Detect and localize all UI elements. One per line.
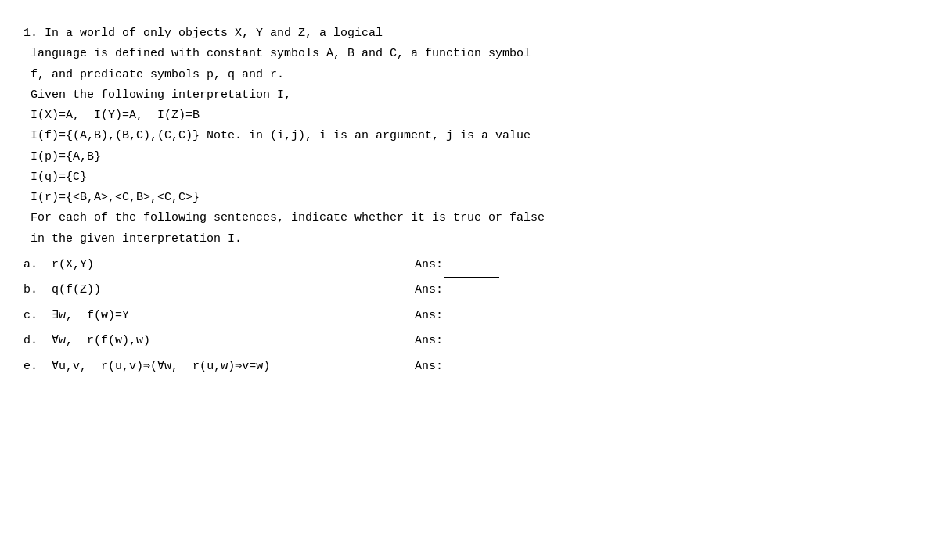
answer-label-e: e. ∀u,v, r(u,v)⇒(∀w, r(u,w)⇒v=w) <box>23 354 415 379</box>
answer-section-e: Ans: <box>415 354 499 380</box>
answer-section-c: Ans: <box>415 303 499 329</box>
ans-text-b: Ans: <box>415 278 443 303</box>
problem-container: 1. In a world of only objects X, Y and Z… <box>23 16 916 387</box>
problem-text: 1. In a world of only objects X, Y and Z… <box>23 23 916 249</box>
line-6: I(f)={(A,B),(B,C),(C,C)} Note. in (i,j),… <box>23 126 916 146</box>
line-10: For each of the following sentences, ind… <box>23 208 916 228</box>
answer-rows: a. r(X,Y) Ans: b. q(f(Z)) Ans: c. ∃w, f(… <box>23 253 916 380</box>
line-8: I(q)={C} <box>23 167 916 188</box>
line-9: I(r)={<B,A>,<C,B>,<C,C>} <box>23 188 916 208</box>
answer-label-d: d. ∀w, r(f(w),w) <box>23 328 415 354</box>
answer-section-b: Ans: <box>415 278 499 303</box>
line-2: language is defined with constant symbol… <box>23 44 916 64</box>
ans-text-a: Ans: <box>415 253 443 278</box>
line-3: f, and predicate symbols p, q and r. <box>23 65 916 85</box>
ans-text-c: Ans: <box>415 303 443 328</box>
answer-row-a: a. r(X,Y) Ans: <box>23 253 916 278</box>
line-1: 1. In a world of only objects X, Y and Z… <box>23 23 916 44</box>
answer-row-e: e. ∀u,v, r(u,v)⇒(∀w, r(u,w)⇒v=w) Ans: <box>23 354 916 380</box>
answer-section-a: Ans: <box>415 253 499 278</box>
answer-label-c: c. ∃w, f(w)=Y <box>23 303 415 328</box>
line-5: I(X)=A, I(Y)=A, I(Z)=B <box>23 106 916 126</box>
ans-line-e <box>444 354 499 380</box>
ans-line-d <box>444 328 499 354</box>
answer-row-b: b. q(f(Z)) Ans: <box>23 278 916 303</box>
answer-row-c: c. ∃w, f(w)=Y Ans: <box>23 303 916 329</box>
ans-text-e: Ans: <box>415 354 443 379</box>
ans-line-a <box>444 253 499 278</box>
line-4: Given the following interpretation I, <box>23 85 916 106</box>
line-7: I(p)={A,B} <box>23 147 916 167</box>
answer-label-a: a. r(X,Y) <box>23 253 415 278</box>
line-11: in the given interpretation I. <box>23 229 916 249</box>
ans-line-c <box>444 303 499 329</box>
answer-row-d: d. ∀w, r(f(w),w) Ans: <box>23 328 916 354</box>
ans-line-b <box>444 278 499 303</box>
answer-label-b: b. q(f(Z)) <box>23 278 415 303</box>
answer-section-d: Ans: <box>415 328 499 354</box>
ans-text-d: Ans: <box>415 328 443 354</box>
